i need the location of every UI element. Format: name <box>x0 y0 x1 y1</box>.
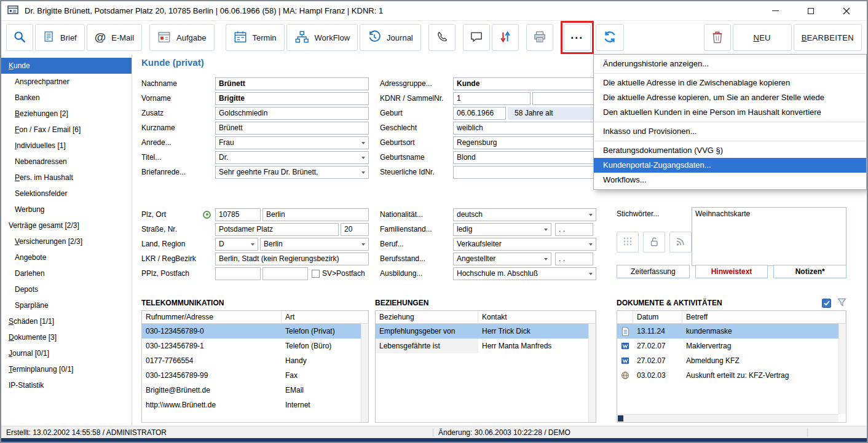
menu-item-aenderungshistorie[interactable]: Änderungshistorie anzeigen... <box>594 57 866 71</box>
land-select[interactable]: D <box>215 238 258 251</box>
stichwoerter-textarea[interactable]: Weihnachtskarte <box>692 207 846 266</box>
column-header-datum[interactable]: Datum <box>633 311 682 323</box>
table-row[interactable]: Lebensgefährte istHerr Manta Manfreds <box>376 339 596 353</box>
sv-postfach-checkbox[interactable] <box>312 270 320 278</box>
sidebar-item-werbung[interactable]: Werbung <box>1 202 132 218</box>
sidebar-item-individuelles[interactable]: Individuelles [1] <box>1 138 132 154</box>
delete-button[interactable] <box>704 24 731 51</box>
table-row[interactable]: 27.02.07 Abmeldung KFZ <box>617 353 846 368</box>
lock-button[interactable] <box>643 232 665 253</box>
neu-button[interactable]: NEU <box>733 24 792 51</box>
table-row[interactable]: 030-123456789-0Telefon (Privat) <box>142 324 368 339</box>
geburtsort-field[interactable]: Regensburg <box>453 136 596 149</box>
kurzname-field[interactable]: Brünett <box>215 122 369 135</box>
workflow-button[interactable]: WorkFlow <box>286 24 358 51</box>
sidebar-item-kunde[interactable]: Kunde <box>1 58 132 74</box>
minimize-button[interactable] <box>766 4 784 18</box>
menu-item-kundenportal-zugangsdaten[interactable]: Kundenportal-Zugangsdaten... <box>594 158 866 173</box>
menu-item-kunde-konvertieren[interactable]: Den aktuellen Kunden in eine Person im H… <box>594 105 866 120</box>
sidebar-item-pers-im-haushalt[interactable]: Pers. im Haushalt <box>1 170 132 186</box>
geschlecht-field[interactable]: weiblich <box>453 122 596 135</box>
refresh-button[interactable] <box>596 24 624 51</box>
aufgabe-button[interactable]: Aufgabe <box>149 24 214 51</box>
sidebar-item-schaeden[interactable]: Schäden [1/1] <box>1 313 132 329</box>
print-button[interactable] <box>526 24 553 51</box>
anrede-select[interactable]: Frau <box>215 136 369 149</box>
kdnr-field[interactable]: 1 <box>453 92 531 105</box>
menu-item-workflows[interactable]: Workflows... <box>594 173 866 187</box>
termin-button[interactable]: Termin <box>226 24 285 51</box>
hinweistext-button[interactable]: Hinweistext <box>695 265 768 278</box>
table-row[interactable]: 030-123456789-99Fax <box>142 368 368 383</box>
familienstand-datum-field[interactable]: . . <box>555 223 593 236</box>
steuerid-field[interactable] <box>453 166 596 179</box>
dokumente-filter-checkbox[interactable] <box>822 299 831 308</box>
nachname-field[interactable]: Brünett <box>215 77 369 90</box>
table-row[interactable]: Brigitte@Brünett.deEMail <box>142 383 368 398</box>
journal-button[interactable]: Journal <box>360 24 421 51</box>
sidebar-item-angebote[interactable]: Angebote <box>1 249 132 265</box>
table-row[interactable]: 13.11.24 kundenmaske <box>617 324 846 339</box>
maximize-button[interactable] <box>802 4 820 18</box>
sidebar-item-ansprechpartner[interactable]: Ansprechpartner <box>1 74 132 90</box>
horizontal-scrollbar-thumb[interactable] <box>618 415 623 421</box>
sidebar-item-sparplaene[interactable]: Sparpläne <box>1 297 132 313</box>
beruf-select[interactable]: Verkaufsleiter <box>453 238 596 251</box>
sidebar-item-dokumente[interactable]: Dokumente [3] <box>1 329 132 345</box>
vertical-scrollbar[interactable] <box>838 324 846 414</box>
menu-item-inkasso-provisionen[interactable]: Inkasso und Provisionen... <box>594 124 866 139</box>
sidebar-item-versicherungen[interactable]: Versicherungen [2/3] <box>1 233 132 249</box>
import-export-button[interactable] <box>492 24 519 51</box>
notizen-button[interactable]: Notizen* <box>773 265 846 278</box>
hausnr-field[interactable]: 20 <box>341 223 369 236</box>
more-button[interactable]: ... <box>564 24 591 51</box>
sidebar-item-journal[interactable]: Journal [0/1] <box>1 345 132 361</box>
table-row[interactable]: http:\\www.Brünett.deInternet <box>142 398 368 412</box>
chat-button[interactable] <box>463 24 490 51</box>
vertical-scrollbar[interactable] <box>361 324 368 422</box>
bearbeiten-button[interactable]: BEARBEITEN <box>794 24 862 51</box>
email-button[interactable]: E-Mail <box>87 24 142 51</box>
menu-item-adresse-kopieren[interactable]: Die aktuelle Adresse kopieren, um Sie an… <box>594 90 866 105</box>
column-header-betreff[interactable]: Betreff <box>682 311 846 323</box>
sidebar-item-terminplanung[interactable]: Terminplanung [0/1] <box>1 361 132 377</box>
sammelnr-field[interactable] <box>532 92 596 105</box>
menu-item-beratungsdokumentation[interactable]: Beratungsdokumentation (VVG §) <box>594 143 866 158</box>
sidebar-item-ip-statistik[interactable]: IP-Statistik <box>1 377 132 393</box>
geo-pin-icon[interactable] <box>203 211 211 219</box>
sidebar-item-depots[interactable]: Depots <box>1 281 132 297</box>
pplz-field[interactable] <box>215 267 261 280</box>
adressgruppe-field[interactable]: Kunde <box>453 77 596 90</box>
table-row[interactable]: 27.02.07 Maklervertrag <box>617 339 846 353</box>
sidebar-item-banken[interactable]: Banken <box>1 90 132 106</box>
berufsstand-select[interactable]: Angestellter <box>453 253 551 265</box>
geburtsname-field[interactable]: Blond <box>453 151 596 164</box>
column-header-icon[interactable] <box>617 311 633 323</box>
briefanrede-select[interactable]: Sehr geehrte Frau Dr. Brünett, <box>215 166 369 179</box>
close-button[interactable] <box>837 4 856 18</box>
familienstand-select[interactable]: ledig <box>453 223 551 236</box>
phone-button[interactable] <box>428 24 456 51</box>
sidebar-item-fon-fax-email[interactable]: Fon / Fax / Email [6] <box>1 122 132 138</box>
ausbildung-select[interactable]: Hochschule m. Abschluß <box>453 267 596 280</box>
geburt-field[interactable]: 06.06.1966 <box>453 107 506 120</box>
lkr-field[interactable]: Berlin, Stadt (kein Regierungsbezirk) <box>215 253 369 265</box>
sidebar-item-selektionsfelder[interactable]: Selektionsfelder <box>1 186 132 202</box>
keywords-grid-button[interactable] <box>617 232 639 253</box>
postfach-field[interactable] <box>262 267 308 280</box>
vertical-scrollbar[interactable] <box>588 324 596 422</box>
zusatz-field[interactable]: Goldschmiedin <box>215 107 369 120</box>
brief-button[interactable]: Brief <box>35 24 85 51</box>
ort-field[interactable]: Berlin <box>262 208 369 221</box>
column-header-art[interactable]: Art <box>282 311 368 323</box>
titel-select[interactable]: Dr. <box>215 151 369 164</box>
column-header-kontakt[interactable]: Kontakt <box>478 311 596 323</box>
zeiterfassung-button[interactable]: Zeiterfassung <box>617 265 690 278</box>
sidebar-item-vertraege-gesamt[interactable]: Verträge gesamt [2/3] <box>1 218 132 233</box>
region-select[interactable]: Berlin <box>260 238 369 251</box>
strasse-field[interactable]: Potsdamer Platz <box>215 223 339 236</box>
table-row[interactable]: 0177-7766554Handy <box>142 353 368 368</box>
column-header-beziehung[interactable]: Beziehung <box>376 311 478 323</box>
sidebar-item-nebenadressen[interactable]: Nebenadressen <box>1 154 132 170</box>
search-button[interactable] <box>6 24 33 51</box>
